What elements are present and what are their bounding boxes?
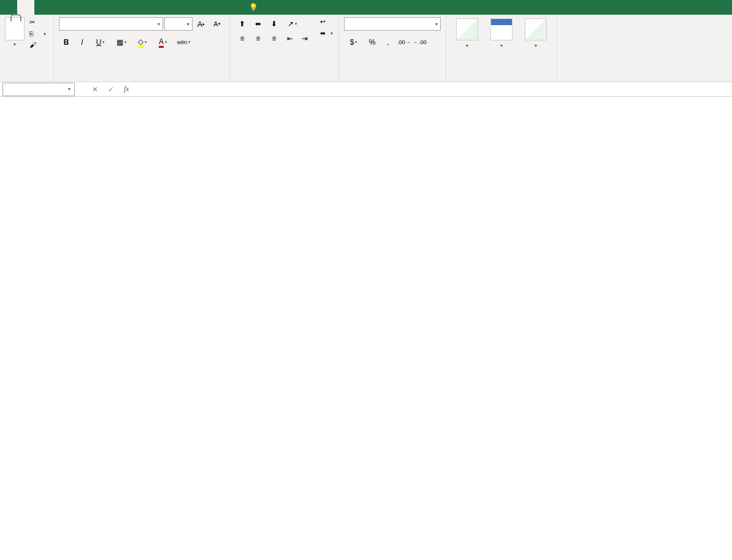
decrease-decimal-button[interactable]: ←.00 xyxy=(413,36,427,49)
align-center-button[interactable]: ≡ xyxy=(251,32,265,45)
fx-icon[interactable]: fx xyxy=(124,85,129,94)
align-group-label xyxy=(235,78,334,80)
tell-me-search[interactable]: 💡 xyxy=(240,0,270,15)
group-styles: ▾ ▾ ▾ xyxy=(446,15,557,81)
cut-button[interactable]: ✂ xyxy=(27,17,48,28)
border-button[interactable]: ▦ xyxy=(112,36,131,49)
cell-styles-button[interactable]: ▾ xyxy=(520,17,552,50)
tab-formula[interactable] xyxy=(69,0,86,15)
font-size-select[interactable]: ▾ xyxy=(164,17,193,31)
group-alignment: ⬆ ⬌ ⬇ ≡ ≡ ≡ ↗ ⇤ ⇥ xyxy=(230,15,339,81)
increase-decimal-button[interactable]: .00→ xyxy=(397,36,411,49)
clipboard-icon xyxy=(5,17,25,40)
formula-bar-row: ▾ ✕ ✓ fx xyxy=(0,82,732,97)
increase-font-button[interactable]: A▴ xyxy=(194,17,208,31)
format-table-button[interactable]: ▾ xyxy=(486,17,517,50)
copy-icon: ⎘ xyxy=(28,29,35,38)
underline-button[interactable]: U xyxy=(91,36,110,49)
font-group-label xyxy=(59,78,224,80)
group-number: ▾ $ % , .00→ ←.00 xyxy=(339,15,446,81)
align-bottom-button[interactable]: ⬇ xyxy=(267,17,281,31)
cell-style-icon xyxy=(525,18,547,40)
conditional-format-button[interactable]: ▾ xyxy=(451,17,483,50)
orientation-icon: ↗ xyxy=(288,20,294,28)
name-box[interactable]: ▾ xyxy=(2,83,75,96)
lightbulb-icon: 💡 xyxy=(249,0,258,15)
align-top-button[interactable]: ⬆ xyxy=(235,17,250,31)
conditional-format-icon xyxy=(456,18,478,40)
number-format-select[interactable]: ▾ xyxy=(344,17,441,31)
tab-review[interactable] xyxy=(103,0,120,15)
tab-help[interactable] xyxy=(154,0,172,15)
clipboard-group-label xyxy=(5,78,48,80)
align-middle-button[interactable]: ⬌ xyxy=(251,17,265,31)
phonetic-button[interactable]: wén xyxy=(174,36,194,49)
tab-insert[interactable] xyxy=(34,0,51,15)
wrap-text-button[interactable]: ↩ xyxy=(319,17,334,26)
accept-formula-button[interactable]: ✓ xyxy=(103,83,119,96)
wrap-icon: ↩ xyxy=(320,18,326,26)
group-clipboard: ▾ ✂ ⎘▾ 🖌 xyxy=(0,15,54,81)
ribbon: ▾ ✂ ⎘▾ 🖌 ▾ ▾ A▴ A▾ B I U ▦ ◇ A xyxy=(0,15,732,82)
cancel-formula-button[interactable]: ✕ xyxy=(87,83,103,96)
number-group-label xyxy=(344,78,441,80)
currency-icon: $ xyxy=(350,38,354,47)
phonetic-icon: wén xyxy=(177,39,188,45)
font-color-icon: A xyxy=(159,37,164,48)
font-family-select[interactable]: ▾ xyxy=(59,17,163,31)
orientation-button[interactable]: ↗ xyxy=(283,17,302,31)
percent-button[interactable]: % xyxy=(365,36,379,49)
tab-file[interactable] xyxy=(0,0,17,15)
tab-baidu[interactable] xyxy=(223,0,240,15)
brush-icon: 🖌 xyxy=(28,40,37,49)
group-font: ▾ ▾ A▴ A▾ B I U ▦ ◇ A wén xyxy=(54,15,230,81)
paste-button[interactable]: ▾ xyxy=(5,17,25,47)
tab-load[interactable] xyxy=(172,0,189,15)
italic-button[interactable]: I xyxy=(75,36,90,49)
merge-center-button[interactable]: ⬌▾ xyxy=(319,29,334,38)
table-format-icon xyxy=(490,18,513,40)
accounting-button[interactable]: $ xyxy=(344,36,364,49)
ribbon-tabs: 💡 xyxy=(0,0,732,15)
tab-view[interactable] xyxy=(120,0,137,15)
tab-data[interactable] xyxy=(86,0,103,15)
tab-home[interactable] xyxy=(17,0,34,15)
chevron-down-icon: ▾ xyxy=(13,42,16,47)
format-painter-button[interactable]: 🖌 xyxy=(27,40,48,50)
align-right-button[interactable]: ≡ xyxy=(267,32,281,45)
tab-layout[interactable] xyxy=(51,0,69,15)
comma-button[interactable]: , xyxy=(381,36,395,49)
spreadsheet-grid xyxy=(0,97,732,560)
font-color-button[interactable]: A xyxy=(153,36,173,49)
decrease-indent-button[interactable]: ⇤ xyxy=(283,32,297,45)
bold-button[interactable]: B xyxy=(59,36,74,49)
merge-icon: ⬌ xyxy=(320,29,326,37)
tab-dev[interactable] xyxy=(137,0,154,15)
fill-color-button[interactable]: ◇ xyxy=(132,36,152,49)
styles-group-label xyxy=(451,78,552,80)
copy-button[interactable]: ⎘▾ xyxy=(27,29,48,39)
bucket-icon: ◇ xyxy=(138,37,143,48)
align-left-button[interactable]: ≡ xyxy=(235,32,250,45)
border-icon: ▦ xyxy=(116,38,123,47)
decrease-font-button[interactable]: A▾ xyxy=(210,17,224,31)
tab-pivot[interactable] xyxy=(189,0,206,15)
increase-indent-button[interactable]: ⇥ xyxy=(297,32,312,45)
scissors-icon: ✂ xyxy=(28,18,36,27)
tab-team[interactable] xyxy=(206,0,223,15)
